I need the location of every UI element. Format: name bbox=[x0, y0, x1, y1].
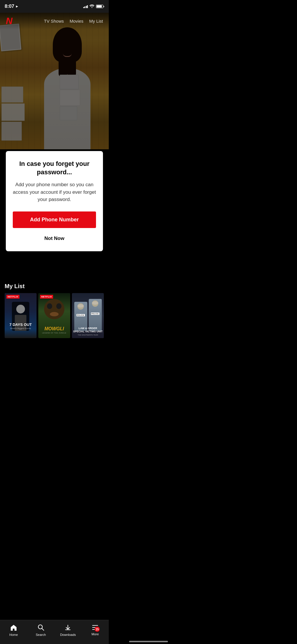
my-list-section: My List NETFLIX 7 DAYS OUT World's Bigge… bbox=[0, 277, 109, 341]
nav-tv-shows[interactable]: TV Shows bbox=[44, 19, 64, 24]
thumb-title-mowgli: MOWGLi bbox=[38, 326, 70, 331]
add-phone-dialog: In case you forget your password... Add … bbox=[6, 151, 103, 251]
thumbnail-7days-out[interactable]: NETFLIX 7 DAYS OUT World's Biggest Event… bbox=[5, 293, 37, 338]
nav-my-list[interactable]: My List bbox=[89, 19, 103, 24]
dialog-body: Add your phone number so you can access … bbox=[13, 181, 96, 203]
thumbnail-law-order[interactable]: POLICE POLICE LAW & ORDERSPECIAL VICTIMS… bbox=[72, 293, 104, 338]
my-list-title: My List bbox=[5, 283, 104, 290]
signal-bars bbox=[83, 5, 88, 8]
hero-background bbox=[0, 13, 109, 149]
thumb-subtitle-7days: World's Biggest Events bbox=[5, 327, 37, 329]
nav-movies[interactable]: Movies bbox=[70, 19, 84, 24]
bottom-spacer bbox=[0, 341, 109, 370]
signal-bar-3 bbox=[86, 6, 87, 8]
netflix-badge-1: NETFLIX bbox=[6, 295, 19, 299]
status-icons bbox=[83, 4, 104, 9]
netflix-logo: N bbox=[6, 16, 12, 26]
thumbnail-mowgli[interactable]: NETFLIX MOWGLi LEGEND OF THE JUNGLE bbox=[38, 293, 70, 338]
battery-icon bbox=[96, 5, 104, 8]
dialog-title: In case you forget your password... bbox=[13, 160, 96, 176]
content-spacer bbox=[0, 260, 109, 277]
status-time: 8:07 bbox=[5, 3, 14, 9]
thumb-subtitle-law-order: THE EIGHTEENTH YEAR bbox=[73, 334, 103, 336]
location-icon: ► bbox=[15, 4, 19, 8]
thumb-title-law-order: LAW & ORDERSPECIAL VICTIMS UNIT bbox=[73, 327, 103, 333]
thumb-subtitle-mowgli: LEGEND OF THE JUNGLE bbox=[38, 332, 70, 334]
netflix-badge-2: NETFLIX bbox=[40, 295, 53, 299]
not-now-button[interactable]: Not Now bbox=[13, 233, 96, 244]
signal-bar-4 bbox=[87, 5, 88, 8]
wifi-icon bbox=[90, 4, 94, 9]
signal-bar-1 bbox=[83, 7, 84, 8]
thumb-title-7days: 7 DAYS OUT bbox=[5, 323, 37, 327]
add-phone-button[interactable]: Add Phone Number bbox=[13, 211, 96, 228]
thumbnails-row: NETFLIX 7 DAYS OUT World's Biggest Event… bbox=[5, 293, 104, 338]
header-nav: TV Shows Movies My List bbox=[44, 19, 103, 24]
full-page: 8:07 ► bbox=[0, 0, 109, 370]
signal-bar-2 bbox=[84, 6, 85, 8]
status-bar: 8:07 ► bbox=[0, 0, 109, 13]
hero-section: N TV Shows Movies My List bbox=[0, 13, 109, 149]
